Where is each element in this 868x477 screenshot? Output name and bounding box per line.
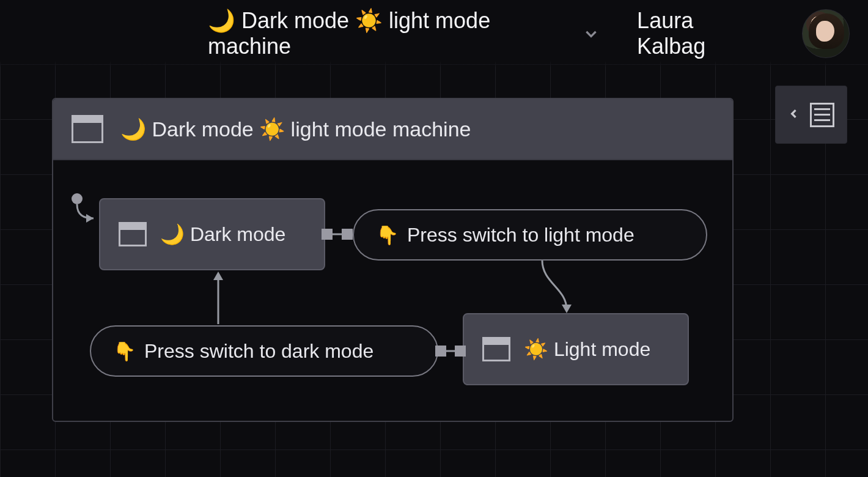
event-press-switch-to-light[interactable]: 👇 Press switch to light mode <box>353 209 707 261</box>
machine-canvas[interactable]: 🌙 Dark mode ☀️ Light mode 👇 Press switch… <box>53 160 732 421</box>
event-press-switch-to-dark[interactable]: 👇 Press switch to dark mode <box>90 325 438 377</box>
state-light-mode[interactable]: ☀️ Light mode <box>463 313 689 385</box>
transition-port[interactable] <box>322 229 333 240</box>
chevron-left-icon <box>788 105 800 125</box>
machine-title: 🌙 Dark mode ☀️ light mode machine <box>120 117 471 141</box>
svg-marker-4 <box>213 272 223 280</box>
details-panel-toggle[interactable] <box>775 86 847 144</box>
project-title: 🌙 Dark mode ☀️ light mode machine <box>208 8 572 59</box>
pointing-down-icon: 👇 <box>113 341 136 362</box>
transition-port[interactable] <box>342 229 353 240</box>
top-bar: 🌙 Dark mode ☀️ light mode machine Laura … <box>0 0 868 67</box>
transition-port[interactable] <box>435 346 446 357</box>
event-label: Press switch to light mode <box>407 224 634 246</box>
machine-header[interactable]: 🌙 Dark mode ☀️ light mode machine <box>53 99 732 160</box>
svg-marker-2 <box>562 305 572 313</box>
state-dark-mode[interactable]: 🌙 Dark mode <box>99 198 325 270</box>
window-icon <box>72 115 103 143</box>
chevron-down-icon <box>583 24 600 43</box>
event-label: Press switch to dark mode <box>144 340 373 363</box>
user-name[interactable]: Laura Kalbag <box>637 8 765 59</box>
window-icon <box>119 222 147 246</box>
machine-root[interactable]: 🌙 Dark mode ☀️ light mode machine 🌙 Dark… <box>52 98 734 422</box>
pointing-down-icon: 👇 <box>376 224 399 246</box>
state-label: ☀️ Light mode <box>524 338 650 361</box>
avatar[interactable] <box>802 9 850 58</box>
window-icon <box>482 337 510 361</box>
state-label: 🌙 Dark mode <box>160 223 285 246</box>
svg-marker-0 <box>86 214 94 223</box>
transition-port[interactable] <box>455 346 466 357</box>
project-title-dropdown[interactable]: 🌙 Dark mode ☀️ light mode machine <box>208 8 600 59</box>
list-icon <box>810 103 834 127</box>
initial-state-marker <box>72 193 83 204</box>
